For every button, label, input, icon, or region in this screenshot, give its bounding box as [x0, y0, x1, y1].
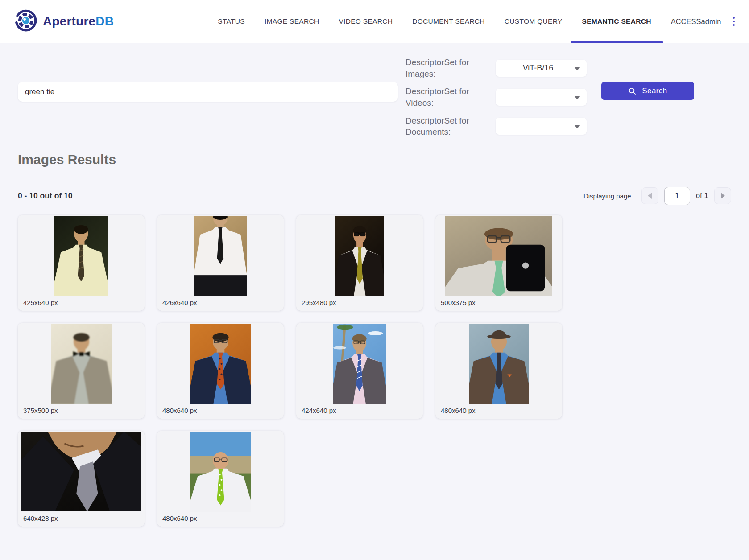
result-photo	[435, 215, 562, 296]
chevron-down-icon	[574, 125, 580, 128]
user-access-menu[interactable]: ACCESSadmin	[671, 17, 721, 26]
result-card[interactable]: 424x640 px	[296, 323, 423, 419]
image-dimensions-label: 500x375 px	[435, 296, 562, 311]
results-grid: 425x640 px 426x640 px 295x480 px 500x375…	[18, 215, 731, 527]
image-dimensions-label: 295x480 px	[296, 296, 423, 311]
result-card[interactable]: 480x640 px	[157, 323, 284, 419]
previous-page-button[interactable]	[641, 187, 658, 204]
paging-label: Displaying page	[583, 192, 631, 200]
descriptor-label: DescriptorSet for Videos:	[406, 86, 496, 108]
semantic-query-input[interactable]	[18, 82, 398, 102]
result-photo	[296, 323, 423, 404]
result-card[interactable]: 480x640 px	[157, 431, 284, 527]
search-icon	[628, 87, 637, 95]
nav-item-custom-query[interactable]: CUSTOM QUERY	[505, 0, 563, 43]
image-dimensions-label: 480x640 px	[157, 404, 284, 419]
results-meta: 0 - 10 out of 10 Displaying page of 1	[18, 187, 731, 205]
result-card[interactable]: 640x428 px	[18, 431, 145, 527]
result-card[interactable]: 426x640 px	[157, 215, 284, 311]
image-dimensions-label: 640x428 px	[18, 512, 145, 527]
result-photo	[157, 431, 284, 512]
aperturedb-logo-icon	[14, 9, 37, 34]
page-of-label: of 1	[696, 191, 708, 200]
app-header: ApertureDB STATUSIMAGE SEARCHVIDEO SEARC…	[0, 0, 749, 43]
page-number-input[interactable]	[664, 187, 690, 205]
pagination: Displaying page of 1	[583, 187, 731, 205]
descriptor-label: DescriptorSet for Images:	[406, 57, 496, 79]
result-photo	[18, 215, 145, 296]
result-photo	[18, 431, 145, 512]
nav-item-video-search[interactable]: VIDEO SEARCH	[339, 0, 393, 43]
descriptor-select[interactable]	[496, 118, 587, 135]
result-card[interactable]: 480x640 px	[435, 323, 562, 419]
result-photo	[18, 323, 145, 404]
result-card[interactable]: 500x375 px	[435, 215, 562, 311]
image-dimensions-label: 424x640 px	[296, 404, 423, 419]
results-count: 0 - 10 out of 10	[18, 191, 73, 201]
descriptor-select[interactable]	[496, 89, 587, 106]
kebab-icon	[733, 17, 735, 26]
search-section: DescriptorSet for Images: ViT-B/16 Descr…	[0, 43, 749, 138]
image-dimensions-label: 425x640 px	[18, 296, 145, 311]
image-dimensions-label: 426x640 px	[157, 296, 284, 311]
nav-item-image-search[interactable]: IMAGE SEARCH	[265, 0, 319, 43]
brand-wordmark: ApertureDB	[43, 14, 114, 29]
result-card[interactable]: 425x640 px	[18, 215, 145, 311]
result-photo	[435, 323, 562, 404]
next-page-button[interactable]	[714, 187, 731, 204]
chevron-right-icon	[721, 193, 725, 199]
chevron-left-icon	[648, 193, 652, 199]
overflow-menu-button[interactable]	[730, 14, 738, 29]
chevron-down-icon	[574, 67, 580, 70]
image-dimensions-label: 480x640 px	[435, 404, 562, 419]
search-button[interactable]: Search	[601, 82, 694, 100]
brand-logo[interactable]: ApertureDB	[14, 9, 114, 34]
result-photo	[157, 323, 284, 404]
image-dimensions-label: 480x640 px	[157, 512, 284, 527]
descriptor-select[interactable]: ViT-B/16	[496, 60, 587, 77]
result-card[interactable]: 375x500 px	[18, 323, 145, 419]
nav-item-status[interactable]: STATUS	[218, 0, 245, 43]
main-nav: STATUSIMAGE SEARCHVIDEO SEARCHDOCUMENT S…	[218, 0, 651, 43]
nav-item-semantic-search[interactable]: SEMANTIC SEARCH	[582, 0, 651, 43]
nav-item-document-search[interactable]: DOCUMENT SEARCH	[412, 0, 485, 43]
result-photo	[157, 215, 284, 296]
result-card[interactable]: 295x480 px	[296, 215, 423, 311]
result-photo	[296, 215, 423, 296]
descriptor-label: DescriptorSet for Documents:	[406, 115, 496, 138]
chevron-down-icon	[574, 96, 580, 99]
image-dimensions-label: 375x500 px	[18, 404, 145, 419]
results-title: Images Results	[18, 152, 731, 167]
descriptor-sets: DescriptorSet for Images: ViT-B/16 Descr…	[406, 57, 594, 138]
